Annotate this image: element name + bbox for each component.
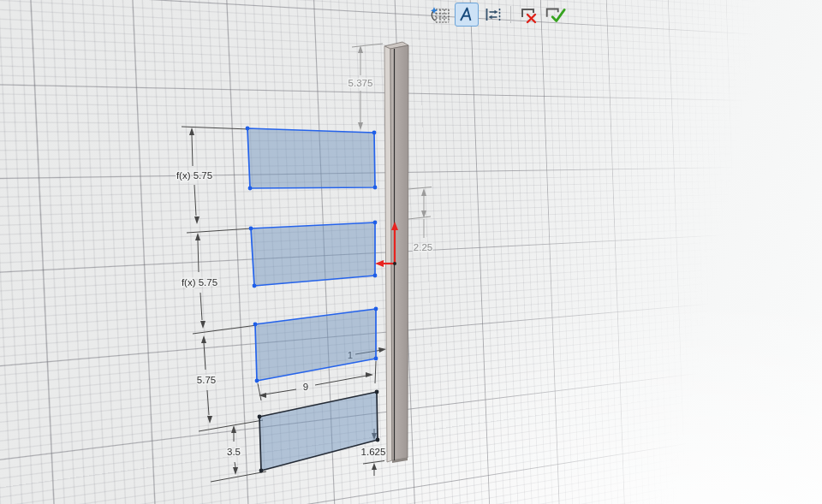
- vertex[interactable]: [373, 221, 378, 225]
- sketch-cancel-x-icon: [517, 3, 539, 26]
- sketch-rectangle-4[interactable]: [258, 390, 380, 473]
- origin-point[interactable]: [393, 262, 396, 265]
- sketch-rectangle-3[interactable]: [253, 307, 378, 383]
- dimension-origin-offset: 2.25: [408, 187, 432, 253]
- dimension-pitch-1: f(x) 5.75: [176, 127, 252, 233]
- vertex[interactable]: [372, 131, 377, 135]
- extruded-bar[interactable]: [384, 42, 408, 463]
- dimension-label[interactable]: 1.625: [361, 447, 386, 457]
- sketch-accept-check-icon: [544, 3, 566, 26]
- dimension-label[interactable]: 5.375: [348, 78, 373, 88]
- cad-viewport: 5.375 f(x) 5.75 f(x) 5.75 5.75: [0, 0, 822, 504]
- vertex[interactable]: [253, 284, 257, 288]
- sketch-toolbar: [428, 3, 567, 27]
- vertex[interactable]: [248, 187, 253, 191]
- dimension-pitch-3: 5.75: [197, 335, 263, 431]
- grid-settings-button[interactable]: [428, 3, 452, 27]
- vertex[interactable]: [249, 227, 253, 231]
- sketch-rectangle-2[interactable]: [249, 221, 378, 288]
- bar-front-face: [390, 45, 408, 460]
- dimension-rect-height: 3.5: [211, 425, 266, 482]
- dimension-label[interactable]: f(x) 5.75: [182, 277, 217, 288]
- vertex[interactable]: [375, 390, 379, 394]
- vertex[interactable]: [259, 469, 264, 473]
- sketch-rectangle-1[interactable]: [246, 127, 378, 191]
- vertex[interactable]: [373, 274, 378, 278]
- dimension-label[interactable]: f(x) 5.75: [176, 170, 212, 181]
- view-normal-icon: [457, 5, 476, 24]
- vertex[interactable]: [255, 379, 259, 383]
- flip-arrows-icon: [484, 5, 503, 24]
- vertex[interactable]: [373, 186, 378, 190]
- dimension-label[interactable]: 2.25: [414, 242, 432, 252]
- dimension-label[interactable]: 9: [303, 382, 308, 392]
- dimension-pitch-2: f(x) 5.75: [182, 233, 257, 334]
- confirm-sketch-button[interactable]: [543, 3, 567, 27]
- grid-snap-icon: [430, 4, 450, 25]
- view-normal-button[interactable]: [455, 3, 479, 27]
- sketch-scene: 5.375 f(x) 5.75 f(x) 5.75 5.75: [0, 0, 822, 504]
- toolbar-separator: [510, 6, 511, 23]
- vertex[interactable]: [374, 307, 378, 311]
- discard-sketch-button[interactable]: [516, 3, 540, 27]
- vertex[interactable]: [374, 357, 378, 361]
- vertex[interactable]: [246, 127, 250, 131]
- flip-direction-button[interactable]: [481, 3, 505, 27]
- dimension-label[interactable]: 3.5: [227, 447, 241, 457]
- vertex[interactable]: [376, 438, 380, 442]
- vertex[interactable]: [253, 323, 258, 327]
- dimension-label[interactable]: 5.75: [197, 375, 216, 385]
- vertex[interactable]: [258, 415, 262, 419]
- dimension-bar-top-offset: 5.375: [348, 44, 383, 130]
